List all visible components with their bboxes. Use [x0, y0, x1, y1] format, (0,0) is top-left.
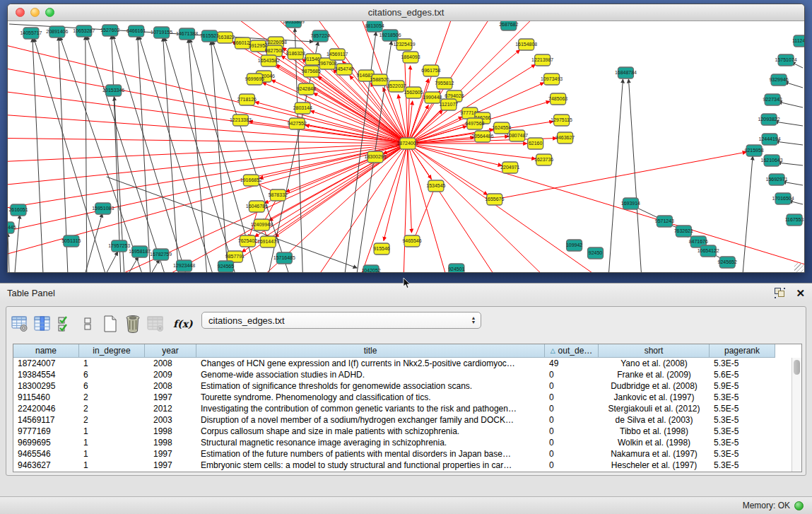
network-node[interactable]: 18724007 — [396, 138, 418, 149]
network-node[interactable]: 12093822 — [758, 114, 780, 125]
network-node[interactable]: 109942 — [566, 240, 582, 251]
table-row[interactable]: 1456911722003Disruption of a novel membe… — [13, 414, 792, 426]
network-node[interactable]: 1623736 — [534, 154, 553, 165]
network-node[interactable]: 10653287 — [73, 25, 95, 37]
network-window-titlebar[interactable]: citations_edges.txt — [8, 4, 804, 21]
column-header-in-degree[interactable]: in_degree — [79, 344, 145, 358]
network-node[interactable]: 16782759 — [150, 249, 172, 260]
network-node[interactable]: 20891406 — [46, 26, 68, 37]
network-node[interactable]: 19218506 — [379, 30, 401, 41]
table-row[interactable]: 2242004622012Investigating the contribut… — [13, 403, 792, 414]
network-node[interactable]: 9427552 — [288, 118, 307, 129]
network-node[interactable]: 92450 — [588, 247, 604, 259]
network-node[interactable]: 8186328 — [286, 48, 305, 59]
network-node[interactable]: 9242848 — [297, 83, 316, 95]
network-node[interactable]: 9465546 — [402, 235, 421, 247]
network-node[interactable]: 7485063 — [548, 93, 567, 105]
network-node[interactable]: 15716485 — [273, 252, 295, 264]
network-node[interactable]: 15751074 — [775, 54, 797, 66]
network-node[interactable]: 10973493 — [541, 74, 563, 85]
network-node[interactable]: 1562605 — [404, 87, 423, 98]
network-node[interactable]: 10807487 — [506, 130, 528, 141]
network-node[interactable]: 1042052 — [361, 265, 380, 273]
network-node[interactable]: 15951083 — [92, 203, 114, 214]
row-height-button[interactable] — [77, 313, 98, 334]
table-row[interactable]: 946554611997Estimation of the future num… — [13, 448, 792, 460]
network-node[interactable]: 16958187 — [129, 246, 151, 257]
column-header-pagerank[interactable]: pagerank — [710, 344, 775, 358]
network-node[interactable]: 20564486 — [471, 131, 493, 142]
float-panel-icon[interactable] — [775, 288, 786, 298]
table-row[interactable]: 1938455462009Genome-wide association stu… — [13, 369, 792, 380]
network-node[interactable]: 16046786 — [246, 201, 268, 212]
new-table-button[interactable] — [100, 313, 121, 334]
network-node[interactable]: 2687682 — [499, 21, 518, 30]
network-node[interactable]: 12975115 — [551, 115, 572, 126]
network-node[interactable]: 9463627 — [555, 132, 575, 144]
network-node[interactable]: 924501 — [448, 264, 464, 273]
network-node[interactable]: 7955812 — [435, 78, 454, 89]
network-node[interactable]: 924565 — [218, 261, 234, 272]
network-node[interactable]: 2803144 — [293, 103, 312, 114]
network-node[interactable]: 20153346 — [102, 85, 124, 96]
network-node[interactable]: 1121077 — [440, 99, 459, 110]
network-node[interactable]: 9329946 — [769, 74, 788, 86]
network-node[interactable]: 1655676 — [485, 194, 504, 205]
scrollbar-thumb[interactable] — [794, 360, 800, 375]
network-node[interactable]: 14569117 — [326, 49, 348, 60]
network-node[interactable]: 7615521 — [200, 30, 219, 42]
network-node[interactable]: 1990445 — [8, 222, 16, 233]
network-node[interactable]: 7632621 — [674, 226, 693, 237]
network-node[interactable]: 16848784 — [615, 67, 637, 78]
column-header-year[interactable]: year — [145, 344, 196, 358]
network-node[interactable]: 1112443 — [792, 35, 804, 47]
network-node[interactable]: 1527602 — [100, 25, 119, 36]
table-row[interactable]: 1872400712008Changes of HCN gene express… — [13, 358, 792, 369]
network-node[interactable]: 9571243 — [655, 216, 674, 227]
table-row[interactable]: 1830029562008Estimation of significance … — [13, 380, 792, 392]
minimize-window-button[interactable] — [30, 8, 40, 17]
network-canvas[interactable]: 18724007 7163822 8660128 5912954 2322605… — [8, 21, 804, 273]
select-rows-button[interactable] — [54, 313, 76, 334]
column-header-short[interactable]: short — [599, 344, 710, 358]
network-node[interactable]: 915546 — [373, 243, 389, 255]
close-window-button[interactable] — [16, 8, 25, 17]
close-panel-icon[interactable]: ✕ — [796, 288, 805, 298]
network-node[interactable]: 16154808 — [515, 39, 537, 50]
network-node[interactable]: 8215958 — [745, 145, 764, 156]
network-node[interactable]: 12213383 — [230, 115, 252, 126]
network-node[interactable]: 10719155 — [151, 27, 172, 38]
network-node[interactable]: 1534545 — [426, 180, 445, 192]
select-column-button[interactable] — [32, 313, 53, 334]
network-node[interactable]: 2204971 — [500, 162, 519, 173]
network-node[interactable]: 9875685 — [302, 66, 321, 77]
network-node[interactable]: 62160 — [528, 138, 543, 149]
column-header-title[interactable]: title — [196, 344, 545, 358]
network-node[interactable]: 17016504 — [772, 193, 794, 204]
network-node[interactable]: 16033809 — [283, 21, 305, 28]
network-node[interactable]: 12444194 — [759, 134, 781, 145]
network-node[interactable]: 6961758 — [421, 65, 440, 76]
network-node[interactable]: 6466161 — [126, 25, 146, 37]
column-header-out-degree[interactable]: △ out_de… — [545, 344, 599, 358]
citation-network-graph[interactable]: 18724007 7163822 8660128 5912954 2322605… — [8, 21, 804, 273]
network-node[interactable]: 1624554 — [492, 122, 511, 134]
delete-button[interactable] — [122, 313, 143, 334]
network-node[interactable]: 14055717 — [20, 28, 42, 39]
table-row[interactable]: 911546021997Tourette syndrome. Phenomeno… — [13, 392, 792, 403]
network-node[interactable]: 7857224 — [311, 30, 330, 42]
selector-stepper-icon[interactable]: ▲▼ — [466, 313, 481, 328]
network-node[interactable]: 1864093 — [401, 52, 420, 63]
network-node[interactable]: 7625402 — [238, 235, 257, 247]
table-settings-button[interactable] — [9, 313, 30, 334]
network-node[interactable]: 19166852 — [240, 175, 262, 186]
network-node[interactable]: 6497568 — [465, 118, 484, 129]
network-node[interactable]: 5878332 — [269, 189, 288, 201]
network-node[interactable]: 9227343 — [763, 94, 782, 105]
network-node[interactable]: 16210643 — [761, 155, 783, 166]
network-node[interactable]: 14671388 — [176, 28, 198, 40]
window-resize-grip[interactable] — [794, 263, 804, 272]
network-node[interactable]: 1167553 — [785, 214, 804, 226]
network-node[interactable]: 9699695 — [245, 74, 264, 85]
network-node[interactable]: 10654122 — [698, 245, 719, 257]
